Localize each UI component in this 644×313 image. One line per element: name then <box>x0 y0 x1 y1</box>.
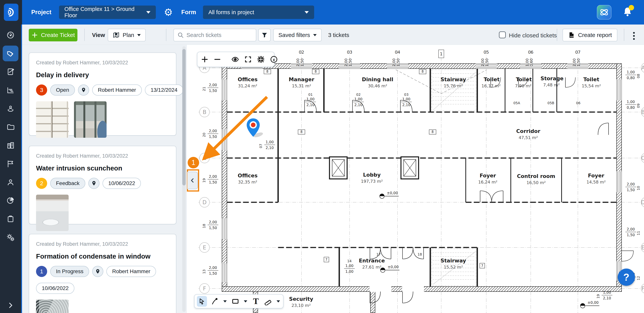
svg-text:09: 09 <box>636 104 640 108</box>
create-ticket-button[interactable]: Create Ticket <box>29 29 78 41</box>
notifications-bell-icon[interactable] <box>622 6 633 18</box>
svg-text:Toilet: Toilet <box>516 76 532 82</box>
notification-dot <box>629 5 634 10</box>
svg-text:18: 18 <box>418 252 422 256</box>
sidebar-item-statistics[interactable] <box>3 82 18 98</box>
svg-text:Stairway: Stairway <box>440 76 466 82</box>
divider <box>624 29 624 41</box>
plus-icon <box>32 32 38 38</box>
list-scrollbar[interactable] <box>182 46 186 312</box>
svg-text:2,10: 2,10 <box>603 296 611 300</box>
view-selector-value: Plan <box>123 32 134 38</box>
more-options-button[interactable] <box>633 31 635 41</box>
pen-tool-dropdown[interactable] <box>222 297 228 306</box>
map-pin-icon <box>95 269 100 274</box>
plan-tag <box>264 69 485 268</box>
sidebar-item-site[interactable] <box>3 101 18 116</box>
svg-text:1,00: 1,00 <box>266 140 274 144</box>
planradar-logo[interactable] <box>4 4 18 21</box>
status-badge: In Progress <box>50 266 89 277</box>
project-selector[interactable]: Office Complex 11 > Ground Floor <box>59 5 156 19</box>
grid-col-label: 07 <box>575 50 580 55</box>
svg-text:Security: Security <box>289 296 313 302</box>
svg-text:1,00: 1,00 <box>627 100 635 104</box>
sidebar-item-projects[interactable] <box>3 138 18 153</box>
pen-tool-button[interactable] <box>210 297 219 306</box>
cursor-tool-button[interactable] <box>197 296 207 307</box>
panel-collapse-button[interactable] <box>187 172 198 189</box>
info-button[interactable] <box>270 55 278 64</box>
map-pin-icon <box>81 87 86 93</box>
visibility-eye-button[interactable] <box>231 55 239 64</box>
ticket-photo-condensation[interactable] <box>36 300 68 313</box>
ticket-photo-cracked-brick[interactable] <box>36 101 68 138</box>
grid-col-label: 03 <box>347 50 352 55</box>
sidebar-item-reports[interactable] <box>3 193 18 208</box>
ticket-card[interactable]: Created by Robert Hammer, 10/03/2022 Wat… <box>29 146 176 224</box>
gear-icon[interactable]: ⚙ <box>164 7 173 17</box>
svg-text:Entrance: Entrance <box>359 258 385 264</box>
location-pin-badge[interactable] <box>88 178 100 189</box>
svg-text:19: 19 <box>596 294 600 299</box>
svg-text:16,50 m²: 16,50 m² <box>526 180 546 185</box>
ticket-card[interactable]: Created by Robert Hammer, 10/03/2022 Del… <box>29 52 176 136</box>
sidebar-item-contacts[interactable] <box>3 174 18 190</box>
location-pin-badge[interactable] <box>92 266 103 277</box>
sidebar-item-tickets[interactable] <box>3 46 18 61</box>
ticket-photo-office-window[interactable] <box>74 101 106 138</box>
measure-tool-dropdown[interactable] <box>276 297 281 306</box>
svg-text:20: 20 <box>202 133 206 137</box>
svg-text:27,61 m²: 27,61 m² <box>362 265 382 270</box>
zoom-out-button[interactable] <box>214 55 221 64</box>
filter-button[interactable] <box>258 29 271 41</box>
svg-text:0,60: 0,60 <box>529 58 534 66</box>
plan-annotation-toolbar: T <box>194 294 284 309</box>
form-selector[interactable]: All forms in project <box>203 5 314 19</box>
ticket-card[interactable]: Created by Robert Hammer, 10/03/2022 For… <box>29 234 176 313</box>
create-ticket-label: Create Ticket <box>41 32 75 38</box>
measure-tool-button[interactable] <box>264 297 272 306</box>
shape-tool-dropdown[interactable] <box>243 297 248 306</box>
help-button[interactable]: ? <box>618 269 635 286</box>
search-box[interactable] <box>174 29 256 41</box>
sidebar-item-dashboard[interactable] <box>3 27 18 43</box>
sidebar-item-documents[interactable] <box>3 119 18 135</box>
assignee-badge: Robert Hammer <box>106 266 156 277</box>
hide-closed-checkbox[interactable] <box>499 31 506 38</box>
sidebar-item-forms[interactable] <box>3 64 18 80</box>
svg-text:02: 02 <box>356 92 361 96</box>
svg-text:07: 07 <box>259 144 263 148</box>
svg-text:2,00: 2,00 <box>209 174 217 179</box>
sidebar-item-settings[interactable] <box>3 230 18 245</box>
svg-text:05A: 05A <box>513 101 520 105</box>
svg-text:1,00: 1,00 <box>603 290 611 295</box>
svg-text:31,24 m²: 31,24 m² <box>238 83 257 88</box>
grid-col-label: 1 <box>440 51 442 56</box>
fullscreen-button[interactable] <box>244 55 252 64</box>
svg-text:15,54 m²: 15,54 m² <box>582 83 601 88</box>
zoom-in-button[interactable] <box>201 55 208 64</box>
search-input[interactable] <box>186 32 250 38</box>
svg-text:2,00: 2,00 <box>572 58 576 66</box>
svg-text:21: 21 <box>202 87 206 91</box>
svg-text:14: 14 <box>347 259 352 263</box>
fit-to-screen-button[interactable] <box>257 55 265 64</box>
chevron-down-icon <box>137 34 141 36</box>
saved-filters-selector[interactable]: Saved filters <box>273 29 322 41</box>
ticket-photo-water-sill[interactable] <box>36 195 68 231</box>
project-selector-value: Office Complex 11 > Ground Floor <box>64 6 141 18</box>
text-tool-button[interactable]: T <box>252 297 260 306</box>
sidebar-item-flags[interactable] <box>3 156 18 172</box>
map-icon <box>113 32 120 38</box>
shape-tool-button[interactable] <box>231 297 240 306</box>
sidebar-collapse-button[interactable] <box>0 302 21 309</box>
apps-tile-icon[interactable] <box>597 5 612 19</box>
scrollbar-thumb[interactable] <box>182 49 186 185</box>
location-pin-badge[interactable] <box>78 84 89 96</box>
sidebar-item-tasks[interactable] <box>3 211 18 227</box>
divider <box>166 29 166 41</box>
create-report-button[interactable]: PDF Create report <box>562 29 617 41</box>
floor-plan-canvas[interactable]: A B C D E F A B C D E F 02 03 04 1 05 06… <box>187 45 644 313</box>
view-selector[interactable]: Plan <box>108 29 146 41</box>
svg-text:Offices: Offices <box>238 173 258 179</box>
